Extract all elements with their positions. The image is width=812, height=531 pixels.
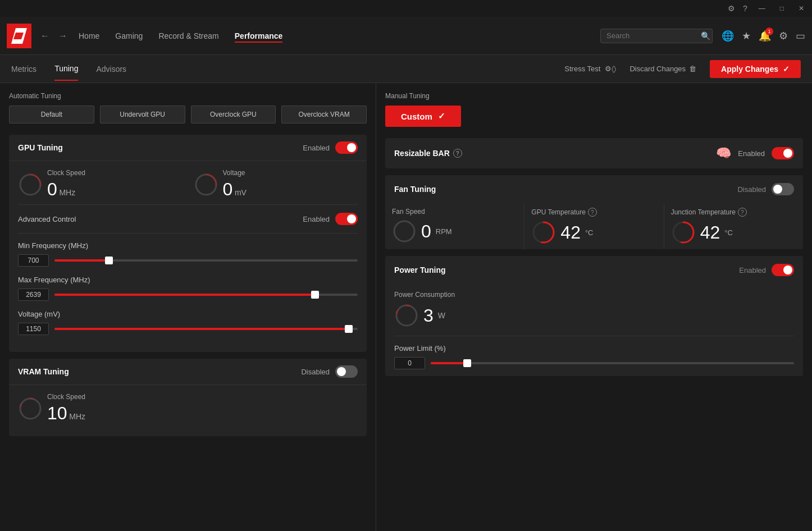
fan-disabled-label: Disabled: [737, 185, 766, 194]
nav-home[interactable]: Home: [79, 29, 99, 43]
max-freq-fill: [54, 294, 315, 296]
power-value-row: 3 W: [394, 303, 794, 328]
fan-speed-gauge: [392, 219, 417, 244]
svg-point-4: [20, 399, 40, 419]
nav-links: Home Gaming Record & Stream Performance: [79, 29, 600, 43]
undervolt-gpu-btn[interactable]: Undervolt GPU: [100, 106, 185, 123]
clock-speed-value: 0: [47, 179, 57, 199]
gpu-temp-metric: GPU Temperature ? 42 °C: [524, 203, 664, 249]
apply-changes-button[interactable]: Apply Changes ✓: [710, 60, 801, 78]
nav-arrows: ← →: [38, 29, 70, 43]
default-btn[interactable]: Default: [9, 106, 94, 123]
tab-metrics[interactable]: Metrics: [11, 58, 37, 80]
voltage-label: Voltage: [223, 169, 247, 177]
resizable-bar-info[interactable]: ?: [453, 149, 462, 158]
maximize-button[interactable]: □: [777, 3, 787, 13]
gpu-temp-value: 42: [560, 222, 581, 243]
power-limit-row: 0: [394, 357, 794, 369]
apply-changes-label: Apply Changes: [721, 65, 778, 74]
fan-tuning-controls: Disabled: [737, 183, 794, 195]
min-freq-section: Min Frequency (MHz) 700: [18, 236, 358, 267]
fan-tuning-toggle[interactable]: [772, 183, 794, 195]
nav-gaming[interactable]: Gaming: [115, 29, 143, 43]
junction-temp-metric: Junction Temperature ? 42 °C: [664, 203, 803, 249]
min-freq-track[interactable]: [54, 259, 358, 262]
overclock-vram-btn[interactable]: Overclock VRAM: [281, 106, 367, 123]
clock-speed-metric: Clock Speed 0 MHz: [18, 169, 183, 200]
stress-test-icon: ⚙〈〉: [605, 65, 616, 74]
power-limit-track[interactable]: [431, 362, 794, 364]
bell-icon[interactable]: 🔔 1: [759, 30, 771, 42]
power-divider: [394, 336, 794, 336]
power-limit-value: 0: [394, 357, 425, 369]
brain-icon: 🧠: [716, 146, 731, 161]
fan-tuning-label: Fan Tuning: [394, 185, 436, 194]
voltage-mv-thumb[interactable]: [345, 325, 353, 333]
tab-advisors[interactable]: Advisors: [96, 58, 126, 80]
nav-performance[interactable]: Performance: [235, 29, 283, 43]
search-box[interactable]: 🔍: [600, 29, 713, 43]
vram-tuning-body: Clock Speed 10 MHz: [9, 385, 367, 436]
user-icon[interactable]: ▭: [796, 30, 805, 42]
vram-clock-label: Clock Speed: [47, 393, 85, 401]
junction-temp-unit: °C: [724, 228, 733, 237]
power-value: 3: [423, 305, 434, 326]
titlebar: ⚙ ? — □ ✕: [0, 0, 812, 17]
max-freq-label: Max Frequency (MHz): [18, 276, 358, 284]
forward-arrow[interactable]: →: [56, 29, 70, 43]
power-body: Power Consumption 3 W Power Limit (%) 0: [385, 284, 803, 376]
custom-button[interactable]: Custom ✓: [385, 106, 461, 127]
gpu-tuning-toggle[interactable]: [335, 141, 358, 154]
resizable-bar-title: Resizable BAR ?: [394, 149, 462, 158]
fan-speed-value-row: 0 RPM: [392, 219, 517, 244]
voltage-unit: mV: [235, 188, 247, 197]
voltage-mv-track[interactable]: [54, 328, 358, 330]
advanced-control-toggle[interactable]: [335, 213, 358, 225]
clock-speed-label: Clock Speed: [47, 169, 85, 177]
checkmark-icon: ✓: [783, 65, 790, 74]
help-icon[interactable]: ?: [743, 4, 747, 13]
resizable-bar-toggle[interactable]: [772, 147, 794, 159]
globe-icon[interactable]: 🌐: [722, 30, 734, 42]
nav-record[interactable]: Record & Stream: [158, 29, 218, 43]
gear-icon[interactable]: ⚙: [779, 30, 788, 42]
close-button[interactable]: ✕: [795, 3, 808, 13]
stress-test-button[interactable]: Stress Test ⚙〈〉: [564, 65, 616, 74]
power-limit-label: Power Limit (%): [394, 344, 794, 353]
max-freq-thumb[interactable]: [311, 291, 319, 299]
clock-speed-unit: MHz: [59, 188, 75, 197]
max-freq-value: 2639: [18, 289, 49, 301]
advanced-control-row: Advanced Control Enabled: [18, 207, 358, 231]
search-input[interactable]: [606, 31, 701, 40]
max-freq-track[interactable]: [54, 294, 358, 296]
stress-test-label: Stress Test: [564, 65, 600, 73]
svg-point-11: [396, 305, 417, 326]
svg-point-6: [394, 221, 414, 241]
main-content: Automatic Tuning Default Undervolt GPU O…: [0, 83, 812, 531]
minimize-button[interactable]: —: [755, 3, 769, 13]
subnav: Metrics Tuning Advisors Stress Test ⚙〈〉 …: [0, 55, 812, 83]
power-tuning-toggle[interactable]: [772, 264, 794, 276]
fan-speed-value: 0: [421, 221, 431, 242]
fan-tuning-title-text: Fan Tuning: [394, 185, 436, 194]
voltage-gauge: [194, 172, 218, 197]
vram-tuning-status: Disabled: [301, 365, 358, 378]
gpu-temp-label: GPU Temperature ?: [531, 208, 656, 217]
overclock-gpu-btn[interactable]: Overclock GPU: [191, 106, 276, 123]
vram-tuning-toggle[interactable]: [335, 365, 358, 378]
settings-icon[interactable]: ⚙: [728, 4, 735, 13]
power-limit-thumb[interactable]: [463, 359, 471, 367]
discard-changes-button[interactable]: Discard Changes 🗑: [625, 65, 701, 73]
clock-voltage-row: Clock Speed 0 MHz Voltage 0: [18, 169, 358, 200]
back-arrow[interactable]: ←: [38, 29, 52, 43]
gpu-temp-info[interactable]: ?: [588, 208, 597, 217]
junction-temp-info[interactable]: ?: [738, 208, 747, 217]
auto-tuning-label: Automatic Tuning: [9, 92, 367, 100]
min-freq-row: 700: [18, 254, 358, 267]
tab-tuning[interactable]: Tuning: [54, 57, 78, 81]
min-freq-thumb[interactable]: [105, 257, 113, 264]
navbar: ← → Home Gaming Record & Stream Performa…: [0, 17, 812, 55]
clock-speed-gauge: [18, 172, 43, 197]
star-icon[interactable]: ★: [742, 30, 751, 42]
gpu-tuning-title: GPU Tuning: [18, 143, 63, 152]
